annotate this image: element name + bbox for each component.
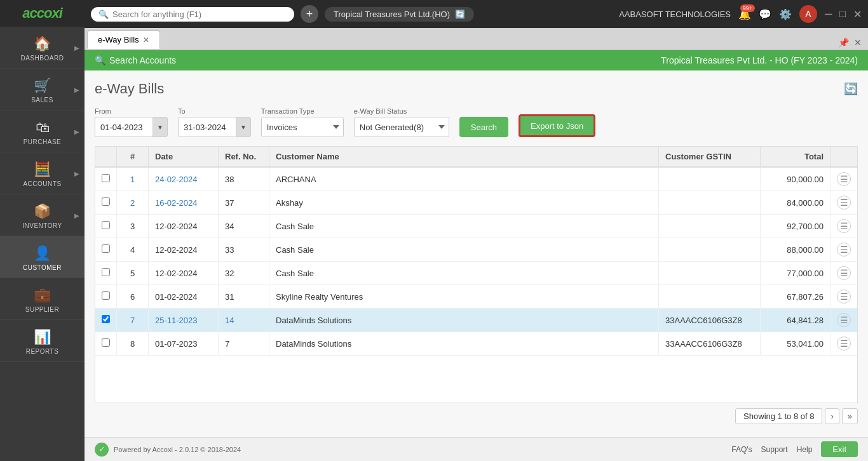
footer-help[interactable]: Help	[797, 445, 813, 454]
row-date-4[interactable]: 12-02-2024	[149, 262, 219, 285]
row-ref-0[interactable]: 38	[219, 167, 269, 191]
row-action-btn-2[interactable]: ☰	[837, 219, 851, 233]
exit-button[interactable]: Exit	[821, 441, 858, 457]
row-checkbox-5[interactable]	[102, 291, 110, 300]
row-date-7[interactable]: 01-07-2023	[149, 332, 219, 356]
row-checkbox-cell[interactable]	[95, 167, 117, 191]
topbar-icon-settings[interactable]: ⚙️	[779, 8, 792, 20]
type-select[interactable]: Invoices Sales Orders Credit Notes	[261, 117, 344, 137]
topbar-icon-close[interactable]: ✕	[853, 8, 862, 20]
row-date-1[interactable]: 16-02-2024	[149, 191, 219, 215]
row-num-1[interactable]: 2	[117, 191, 149, 215]
table-row[interactable]: 4 12-02-2024 33 Cash Sale 88,000.00 ☰	[95, 238, 857, 262]
row-ref-3[interactable]: 33	[219, 238, 269, 262]
row-date-2[interactable]: 12-02-2024	[149, 215, 219, 238]
row-checkbox-cell[interactable]	[95, 332, 117, 356]
row-ref-7[interactable]: 7	[219, 332, 269, 356]
row-checkbox-0[interactable]	[102, 174, 110, 182]
sidebar-item-inventory[interactable]: 📦 INVENTORY ▶	[0, 194, 85, 236]
search-accounts[interactable]: 🔍 Search Accounts	[95, 55, 176, 65]
search-input[interactable]	[112, 10, 271, 19]
export-button[interactable]: Export to Json	[519, 114, 595, 137]
row-action-5[interactable]: ☰	[831, 285, 858, 309]
row-action-btn-4[interactable]: ☰	[837, 266, 851, 280]
pagination-next[interactable]: ›	[825, 408, 839, 424]
sidebar-item-sales[interactable]: 🛒 SALES ▶	[0, 69, 85, 110]
footer-support[interactable]: Support	[761, 445, 788, 454]
global-search[interactable]: 🔍	[91, 7, 294, 22]
company-selector[interactable]: Tropical Treasures Pvt Ltd.(HO) 🔄	[325, 7, 474, 22]
from-date-arrow[interactable]: ▼	[153, 117, 167, 137]
row-action-0[interactable]: ☰	[831, 167, 858, 191]
row-ref-6[interactable]: 14	[219, 309, 269, 332]
table-row[interactable]: 8 01-07-2023 7 DataMinds Solutions 33AAA…	[95, 332, 857, 356]
row-action-btn-3[interactable]: ☰	[837, 243, 851, 257]
row-date-0[interactable]: 24-02-2024	[149, 167, 219, 191]
row-checkbox-cell[interactable]	[95, 309, 117, 332]
row-action-4[interactable]: ☰	[831, 262, 858, 285]
row-num-4[interactable]: 5	[117, 262, 149, 285]
tab-close-all-icon[interactable]: ✕	[854, 37, 862, 48]
topbar-icon-chat[interactable]: 💬	[759, 8, 771, 20]
topbar-icon-maximize[interactable]: □	[839, 8, 846, 20]
sidebar-item-purchase[interactable]: 🛍 PURCHASE ▶	[0, 110, 85, 152]
sidebar-item-customer[interactable]: 👤 CUSTOMER	[0, 236, 85, 278]
row-checkbox-2[interactable]	[102, 221, 110, 229]
table-row[interactable]: 6 01-02-2024 31 Skyline Realty Ventures …	[95, 285, 857, 309]
sidebar-item-accounts[interactable]: 🧮 ACCOUNTS ▶	[0, 152, 85, 194]
row-checkbox-cell[interactable]	[95, 215, 117, 238]
user-avatar[interactable]: A	[799, 5, 817, 23]
row-checkbox-6[interactable]	[102, 315, 110, 323]
row-ref-4[interactable]: 32	[219, 262, 269, 285]
row-action-7[interactable]: ☰	[831, 332, 858, 356]
row-checkbox-3[interactable]	[102, 244, 110, 253]
sidebar-item-reports[interactable]: 📊 REPORTS	[0, 320, 85, 362]
row-num-2[interactable]: 3	[117, 215, 149, 238]
row-action-2[interactable]: ☰	[831, 215, 858, 238]
row-num-0[interactable]: 1	[117, 167, 149, 191]
status-select[interactable]: Not Generated(8) Generated All	[354, 117, 449, 137]
to-date-input-wrap[interactable]: ▼	[178, 117, 251, 137]
row-action-btn-7[interactable]: ☰	[837, 337, 851, 351]
to-date-arrow[interactable]: ▼	[236, 117, 250, 137]
row-ref-1[interactable]: 37	[219, 191, 269, 215]
row-action-btn-1[interactable]: ☰	[837, 196, 851, 210]
footer-faq[interactable]: FAQ's	[731, 445, 752, 454]
row-action-6[interactable]: ☰	[831, 309, 858, 332]
row-action-btn-0[interactable]: ☰	[837, 172, 851, 186]
row-date-3[interactable]: 12-02-2024	[149, 238, 219, 262]
row-checkbox-7[interactable]	[102, 338, 110, 347]
row-checkbox-cell[interactable]	[95, 285, 117, 309]
tab-close-eway-bills[interactable]: ✕	[143, 36, 149, 44]
topbar-icon-bell[interactable]: 🔔 99+	[738, 8, 751, 20]
add-button[interactable]: +	[301, 5, 318, 23]
page-refresh-icon[interactable]: 🔄	[844, 82, 858, 96]
row-num-6[interactable]: 7	[117, 309, 149, 332]
row-ref-2[interactable]: 34	[219, 215, 269, 238]
pagination-last[interactable]: »	[842, 408, 858, 424]
row-num-7[interactable]: 8	[117, 332, 149, 356]
row-num-5[interactable]: 6	[117, 285, 149, 309]
sidebar-item-supplier[interactable]: 💼 SUPPLIER	[0, 278, 85, 320]
table-row[interactable]: 3 12-02-2024 34 Cash Sale 92,700.00 ☰	[95, 215, 857, 238]
to-date-input[interactable]	[179, 120, 236, 135]
table-row[interactable]: 1 24-02-2024 38 ARCHANA 90,000.00 ☰	[95, 167, 857, 191]
row-checkbox-4[interactable]	[102, 268, 110, 276]
tab-eway-bills[interactable]: e-Way Bills ✕	[87, 30, 160, 49]
row-date-6[interactable]: 25-11-2023	[149, 309, 219, 332]
row-checkbox-cell[interactable]	[95, 191, 117, 215]
table-row[interactable]: 7 25-11-2023 14 DataMinds Solutions 33AA…	[95, 309, 857, 332]
tab-pin-icon[interactable]: 📌	[838, 37, 849, 48]
search-button[interactable]: Search	[459, 117, 508, 137]
from-date-input-wrap[interactable]: ▼	[95, 117, 168, 137]
row-checkbox-cell[interactable]	[95, 238, 117, 262]
row-action-1[interactable]: ☰	[831, 191, 858, 215]
table-row[interactable]: 5 12-02-2024 32 Cash Sale 77,000.00 ☰	[95, 262, 857, 285]
row-date-5[interactable]: 01-02-2024	[149, 285, 219, 309]
sidebar-item-dashboard[interactable]: 🏠 DASHBOARD ▶	[0, 27, 85, 69]
topbar-icon-minimize[interactable]: ─	[825, 8, 832, 20]
row-num-3[interactable]: 4	[117, 238, 149, 262]
row-action-btn-6[interactable]: ☰	[837, 313, 851, 327]
row-action-btn-5[interactable]: ☰	[837, 290, 851, 304]
row-checkbox-cell[interactable]	[95, 262, 117, 285]
